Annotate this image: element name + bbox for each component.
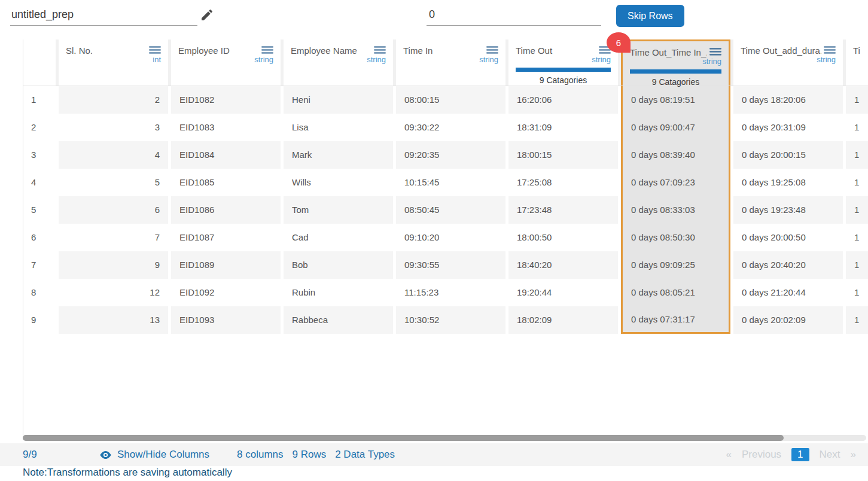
cell-ti: 1 [846,169,868,196]
table-body: 12EID1082Heni08:00:1516:20:060 days 08:1… [23,86,868,334]
results-count: 9/9 [23,449,99,461]
current-page-button[interactable]: 1 [791,448,809,461]
cell-employee_name: Heni [284,86,393,114]
cell-ti: 1 [846,251,868,279]
column-header-time_out_time_in[interactable]: Time Out_Time In_...string9 Catagories6 [621,39,730,86]
cell-employee_id: EID1087 [171,224,281,251]
column-menu-icon[interactable] [824,45,836,54]
cell-ti: 1 [846,224,868,251]
next-page-button[interactable]: Next [820,449,840,461]
cell-employee_id: EID1089 [171,251,281,279]
skip-rows-button[interactable]: Skip Rows [616,5,684,27]
cell-time_out_time_in: 0 days 07:09:23 [621,169,730,196]
cell-sl_no: 2 [59,86,168,114]
skip-rows-input[interactable] [427,7,601,26]
autosave-note: Note:Transformations are saving automati… [23,467,232,479]
cell-time_out_add_dura: 0 days 18:20:06 [733,86,843,114]
cell-time_out_add_dura: 0 days 19:23:48 [733,196,843,224]
cell-employee_id: EID1085 [171,169,281,196]
column-menu-icon[interactable] [374,45,386,54]
column-menu-icon[interactable] [486,45,498,54]
cell-time_out_add_dura: 0 days 20:31:09 [733,114,843,141]
cell-sl_no: 3 [59,114,168,141]
prep-name-input[interactable] [10,7,197,26]
cell-time_in: 11:15:23 [396,279,505,306]
cell-ti: 1 [846,141,868,169]
column-header-time_in[interactable]: Time Instring [396,39,505,86]
row-index: 2 [23,114,56,141]
cell-time_out_time_in: 0 days 08:19:51 [621,86,730,114]
transform-step-badge: 6 [607,32,631,53]
scrollbar-thumb[interactable] [23,435,784,441]
cell-time_in: 09:30:55 [396,251,505,279]
row-index: 4 [23,169,56,196]
cell-employee_id: EID1082 [171,86,281,114]
cell-employee_id: EID1084 [171,141,281,169]
cell-time_in: 08:50:45 [396,196,505,224]
column-menu-icon[interactable] [149,45,161,54]
cell-ti: 1 [846,306,868,334]
cell-employee_name: Tom [284,196,393,224]
cell-employee_name: Bob [284,251,393,279]
cell-sl_no: 7 [59,224,168,251]
cell-time_in: 09:30:22 [396,114,505,141]
column-header-row_index [23,39,56,86]
cell-ti: 1 [846,196,868,224]
previous-page-arrow-icon[interactable]: « [726,449,731,461]
column-header-employee_name[interactable]: Employee Namestring [284,39,393,86]
column-header-sl_no[interactable]: Sl. No.int [59,39,168,86]
column-title: Time Out [516,45,596,56]
cell-time_out_add_dura: 0 days 19:25:08 [733,169,843,196]
cell-time_out: 17:23:48 [508,196,618,224]
row-index: 6 [23,224,56,251]
cell-employee_id: EID1086 [171,196,281,224]
cell-time_out: 19:20:44 [508,279,618,306]
next-page-arrow-icon[interactable]: » [851,449,856,461]
rows-summary[interactable]: 9 Rows [293,449,327,461]
column-type-label: int [66,55,161,64]
cell-time_in: 10:30:52 [396,306,505,334]
cell-employee_name: Rubin [284,279,393,306]
cell-time_in: 09:20:35 [396,141,505,169]
column-title: Employee Name [291,45,371,56]
columns-summary[interactable]: 8 columns [237,449,283,461]
column-title: Time Out_Time In_... [630,47,707,57]
row-index: 1 [23,86,56,114]
column-type-label: string [516,55,611,64]
previous-page-button[interactable]: Previous [742,449,781,461]
cell-sl_no: 13 [59,306,168,334]
pagination: « Previous 1 Next » [726,448,856,461]
cell-time_out_add_dura: 0 days 21:20:44 [733,279,843,306]
column-title: Time Out_add_dura... [741,45,821,56]
cell-time_out: 18:02:09 [508,306,618,334]
data-types-summary[interactable]: 2 Data Types [335,449,395,461]
edit-name-pencil-icon[interactable] [200,8,214,22]
cell-sl_no: 5 [59,169,168,196]
column-menu-icon[interactable] [261,45,273,54]
cell-sl_no: 6 [59,196,168,224]
cell-time_out: 18:00:15 [508,141,618,169]
horizontal-scrollbar[interactable] [23,435,866,441]
column-type-label: string [178,55,273,64]
column-header-employee_id[interactable]: Employee IDstring [171,39,281,86]
cell-ti: 1 [846,86,868,114]
cell-time_out_time_in: 0 days 08:05:21 [621,279,730,306]
table-left-border [23,39,23,435]
cell-time_out: 18:31:09 [508,114,618,141]
show-hide-columns-button[interactable]: Show/Hide Columns [99,449,209,461]
cell-time_out: 18:00:50 [508,224,618,251]
category-count: 9 Catagories [516,75,611,85]
cell-sl_no: 4 [59,141,168,169]
cell-employee_name: Mark [284,141,393,169]
cell-employee_id: EID1093 [171,306,281,334]
cell-time_out_add_dura: 0 days 20:40:20 [733,251,843,279]
data-table: Sl. No.intEmployee IDstringEmployee Name… [23,39,868,334]
column-menu-icon[interactable] [709,47,721,56]
cell-time_out_time_in: 0 days 08:39:40 [621,141,730,169]
cell-time_out: 16:20:06 [508,86,618,114]
cell-time_out_time_in: 0 days 09:00:47 [621,114,730,141]
column-type-label: string [403,55,498,64]
column-header-time_out[interactable]: Time Outstring9 Catagories [508,39,618,86]
column-header-ti[interactable]: Ti [846,39,868,86]
column-header-time_out_add_dura[interactable]: Time Out_add_dura...string [733,39,843,86]
